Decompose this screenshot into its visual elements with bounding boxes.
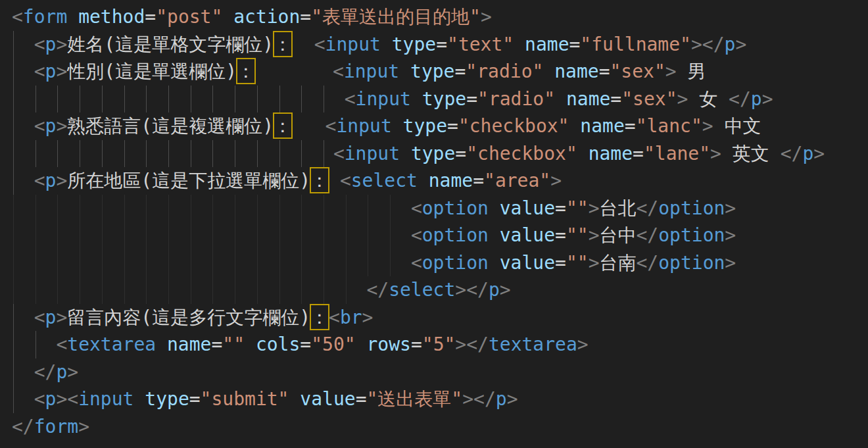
code-token: = bbox=[300, 334, 311, 355]
code-token: < bbox=[411, 252, 422, 274]
code-token: = bbox=[473, 170, 484, 191]
indent-guide bbox=[390, 222, 391, 249]
code-line[interactable]: <p>留言內容(這是多行文字欄位)：<br> bbox=[12, 304, 868, 332]
code-editor[interactable]: <form method="post" action="表單送出的目的地"> <… bbox=[0, 0, 868, 448]
code-token bbox=[555, 88, 566, 110]
indent-guide bbox=[368, 222, 368, 249]
indent-guide bbox=[346, 249, 347, 277]
code-token: = bbox=[555, 224, 566, 246]
indent-guide bbox=[191, 195, 191, 222]
code-line[interactable]: <p>性別(這是單選欄位)： <input type="radio" name=… bbox=[12, 58, 868, 86]
indent-guide bbox=[324, 276, 324, 304]
unicode-highlight-colon: ： bbox=[274, 34, 292, 55]
indent-guide bbox=[301, 276, 302, 304]
code-token: "5" bbox=[422, 334, 456, 355]
indent-guide bbox=[124, 86, 125, 113]
code-line[interactable]: </form> bbox=[12, 413, 868, 441]
code-token: input bbox=[345, 143, 400, 164]
code-token: > bbox=[691, 34, 702, 55]
code-token: </ bbox=[12, 416, 34, 437]
code-token: = bbox=[436, 34, 447, 55]
code-token: < bbox=[12, 6, 23, 28]
code-token: > bbox=[362, 307, 374, 328]
code-line[interactable]: <p><input type="submit" value="送出表單"></p… bbox=[12, 386, 868, 413]
indent-guide bbox=[102, 222, 103, 249]
indent-guide bbox=[346, 195, 347, 222]
indent-guide bbox=[124, 276, 125, 304]
indent-guide bbox=[13, 167, 14, 195]
code-token: </ bbox=[466, 279, 489, 301]
code-token: "fullname" bbox=[580, 34, 691, 55]
code-token: < bbox=[34, 388, 45, 410]
leading-whitespace bbox=[12, 334, 56, 355]
indent-guide bbox=[279, 86, 280, 113]
indent-guide bbox=[168, 222, 169, 249]
indent-guide bbox=[279, 276, 280, 304]
indent-guide bbox=[13, 249, 14, 277]
code-token: > bbox=[710, 143, 721, 164]
code-token: < bbox=[345, 88, 356, 110]
code-token: </ bbox=[34, 361, 57, 383]
indent-guide bbox=[191, 86, 191, 113]
code-line[interactable]: <option value="">台南</option> bbox=[12, 249, 868, 277]
code-token: > bbox=[677, 88, 688, 110]
indent-guide bbox=[80, 195, 80, 222]
code-token bbox=[489, 197, 500, 219]
code-token: </ bbox=[729, 88, 751, 110]
code-line[interactable]: <p>熟悉語言(這是複選欄位)： <input type="checkbox" … bbox=[12, 112, 868, 140]
indent-guide bbox=[146, 249, 147, 277]
code-token: </ bbox=[781, 143, 803, 164]
code-token: > bbox=[455, 334, 466, 355]
code-token: type bbox=[422, 88, 466, 110]
code-token: 英文 bbox=[721, 143, 781, 164]
code-token: "checkbox" bbox=[458, 115, 569, 137]
indent-guide bbox=[80, 276, 80, 304]
indent-guide bbox=[13, 331, 14, 359]
code-token: < bbox=[34, 307, 45, 328]
code-token: = bbox=[599, 61, 610, 82]
code-token: textarea bbox=[489, 334, 577, 355]
code-line[interactable]: <input type="radio" name="sex"> 女 </p> bbox=[12, 86, 868, 113]
code-line[interactable]: <input type="checkbox" name="lane"> 英文 <… bbox=[12, 140, 868, 168]
code-token: > bbox=[56, 34, 67, 55]
indent-guide bbox=[13, 386, 14, 413]
code-token: "" bbox=[222, 334, 245, 355]
code-token: < bbox=[340, 170, 351, 191]
leading-whitespace bbox=[12, 224, 411, 246]
indent-guide bbox=[257, 86, 258, 113]
code-token: = bbox=[454, 61, 466, 82]
code-token: </ bbox=[702, 34, 725, 55]
code-token: 台北 bbox=[599, 197, 636, 219]
code-line[interactable]: </select></p> bbox=[12, 276, 868, 304]
code-token: p bbox=[45, 388, 57, 410]
code-line[interactable]: <option value="">台北</option> bbox=[12, 195, 868, 222]
indent-guide bbox=[57, 276, 58, 304]
indent-guide bbox=[257, 276, 258, 304]
code-token bbox=[392, 115, 403, 137]
unicode-highlight-colon: ： bbox=[274, 115, 292, 137]
code-token: p bbox=[45, 61, 57, 82]
indent-guide bbox=[57, 222, 58, 249]
code-token: cols bbox=[256, 334, 300, 355]
indent-guide bbox=[279, 222, 280, 249]
code-token: "sex" bbox=[610, 61, 665, 82]
code-token: </ bbox=[636, 224, 658, 246]
code-token: br bbox=[340, 307, 362, 328]
code-line[interactable]: <textarea name="" cols="50" rows="5"></t… bbox=[12, 331, 868, 359]
code-token: </ bbox=[636, 197, 658, 219]
code-token: input bbox=[356, 88, 411, 110]
code-line[interactable]: <p>姓名(這是單格文字欄位)： <input type="text" name… bbox=[12, 31, 868, 59]
code-line[interactable]: </p> bbox=[12, 359, 868, 386]
indent-guide bbox=[212, 222, 213, 249]
indent-guide bbox=[13, 31, 14, 59]
indent-guide bbox=[279, 195, 280, 222]
code-token: < bbox=[411, 197, 422, 219]
leading-whitespace bbox=[12, 61, 34, 82]
code-line[interactable]: <p>所在地區(這是下拉選單欄位)： <select name="area"> bbox=[12, 167, 868, 195]
code-line[interactable]: <form method="post" action="表單送出的目的地"> bbox=[12, 3, 868, 31]
code-line[interactable]: <option value="">台中</option> bbox=[12, 222, 868, 249]
code-token: 所在地區(這是下拉選單欄位) bbox=[67, 170, 310, 191]
code-token: rows bbox=[366, 334, 410, 355]
code-token bbox=[156, 334, 167, 355]
code-token bbox=[514, 34, 525, 55]
